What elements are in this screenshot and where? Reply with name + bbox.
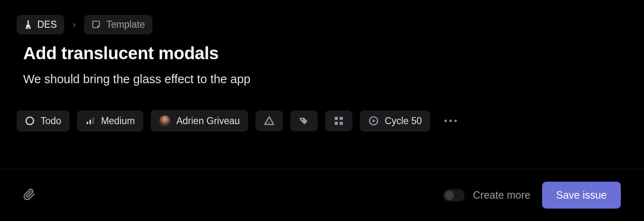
svg-rect-7 (340, 117, 343, 120)
more-button[interactable] (438, 115, 463, 126)
attachment-button[interactable] (23, 188, 36, 202)
circle-icon (25, 116, 35, 126)
issue-title[interactable]: Add translucent modals (23, 43, 621, 63)
chevron-right-icon: › (72, 19, 76, 30)
status-label: Todo (41, 115, 61, 127)
breadcrumb-template-label: Template (106, 19, 145, 30)
relations-pill[interactable] (325, 110, 352, 131)
svg-rect-1 (87, 122, 88, 124)
assignee-pill[interactable]: Adrien Griveau (151, 110, 248, 132)
bars-icon (85, 116, 95, 126)
svg-point-0 (26, 117, 34, 125)
priority-pill[interactable]: Medium (77, 110, 143, 132)
save-issue-button[interactable]: Save issue (542, 182, 621, 209)
svg-rect-6 (335, 117, 338, 120)
svg-rect-9 (340, 122, 343, 125)
priority-label: Medium (101, 115, 135, 127)
svg-point-4 (269, 122, 270, 123)
svg-rect-2 (89, 120, 91, 124)
footer: Create more Save issue (0, 169, 644, 221)
svg-rect-3 (92, 118, 94, 124)
create-more-toggle-group: Create more (443, 189, 531, 202)
assignee-label: Adrien Griveau (176, 115, 240, 127)
properties-row: Todo Medium Adrien Griveau (0, 86, 644, 143)
breadcrumb-template[interactable]: Template (84, 15, 152, 34)
create-more-label: Create more (473, 189, 531, 201)
label-pill[interactable] (290, 110, 318, 131)
breadcrumb-project[interactable]: DES (17, 15, 64, 34)
project-pill[interactable] (256, 110, 283, 131)
cycle-label: Cycle 50 (385, 115, 422, 127)
create-more-toggle[interactable] (443, 189, 465, 202)
status-pill[interactable]: Todo (17, 110, 70, 132)
triangle-warning-icon (264, 115, 275, 126)
svg-point-5 (301, 119, 303, 120)
avatar (159, 115, 171, 127)
svg-rect-8 (335, 122, 338, 125)
breadcrumb-project-label: DES (37, 19, 57, 30)
cycle-icon (368, 115, 379, 126)
issue-description[interactable]: We should bring the glass effect to the … (23, 72, 621, 86)
template-icon (92, 20, 101, 30)
tag-icon (299, 115, 309, 126)
breadcrumb: DES › Template (0, 0, 644, 34)
brush-icon (24, 20, 32, 30)
cycle-pill[interactable]: Cycle 50 (360, 110, 430, 132)
grid-icon (333, 115, 344, 126)
paperclip-icon (23, 188, 36, 201)
